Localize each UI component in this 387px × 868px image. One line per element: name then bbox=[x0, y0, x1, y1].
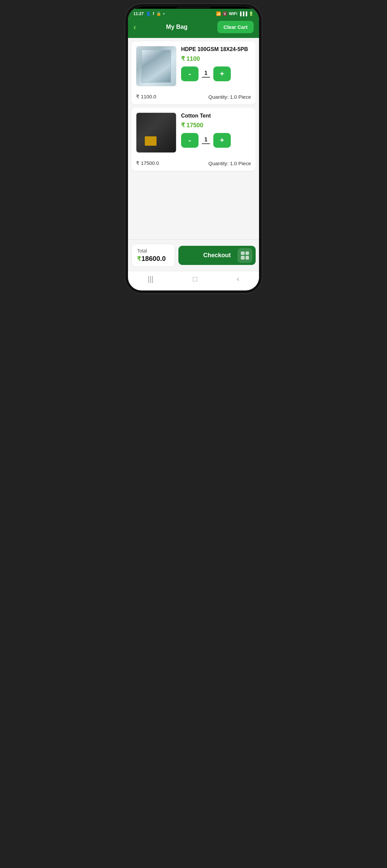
item-info-1: HDPE 100GSM 18X24-5PB ₹ 1100 - 1 + bbox=[181, 46, 251, 81]
nav-menu-button[interactable]: ||| bbox=[148, 275, 153, 283]
item-price-1: ₹ 1100 bbox=[181, 55, 251, 62]
battery-icon: 🔋 bbox=[248, 11, 254, 16]
person-icon: 👤 bbox=[146, 11, 151, 16]
decrease-qty-btn-2[interactable]: - bbox=[181, 133, 199, 148]
item-top-2: Cotton Tent ₹ 17500 - 1 + bbox=[136, 113, 251, 153]
cart-content: HDPE 100GSM 18X24-5PB ₹ 1100 - 1 + ₹ 110… bbox=[128, 38, 259, 240]
item-quantity-label-1: Quantity: 1.0 Piece bbox=[208, 94, 251, 100]
page-title: My Bag bbox=[166, 24, 187, 31]
phone-frame: 11:27 👤 f 🔒 • 📶 🔇 WiFi ▐▐▐ 🔋 ‹ My Bag Cl… bbox=[128, 7, 259, 290]
nav-back-button[interactable]: ‹ bbox=[237, 275, 239, 283]
increase-qty-btn-1[interactable]: + bbox=[213, 66, 231, 81]
rupee-symbol: ₹ bbox=[137, 255, 141, 262]
item-price-2: ₹ 17500 bbox=[181, 122, 251, 129]
nav-home-button[interactable]: □ bbox=[193, 275, 197, 283]
qty-value-1: 1 bbox=[202, 70, 210, 78]
grid-cell-2 bbox=[245, 251, 249, 255]
item-name-2: Cotton Tent bbox=[181, 113, 251, 120]
checkout-button[interactable]: Checkout bbox=[178, 246, 256, 265]
mute-icon: 🔇 bbox=[222, 11, 228, 16]
cart-item-2: Cotton Tent ₹ 17500 - 1 + ₹ 17500.0 Quan… bbox=[131, 108, 256, 171]
status-bar: 11:27 👤 f 🔒 • 📶 🔇 WiFi ▐▐▐ 🔋 bbox=[128, 9, 259, 18]
nav-bar: ||| □ ‹ bbox=[128, 271, 259, 289]
clear-cart-button[interactable]: Clear Cart bbox=[217, 21, 254, 33]
checkout-grid-icon bbox=[238, 248, 252, 263]
qty-controls-1: - 1 + bbox=[181, 66, 251, 81]
status-right: 📶 🔇 WiFi ▐▐▐ 🔋 bbox=[216, 11, 254, 16]
item-top-1: HDPE 100GSM 18X24-5PB ₹ 1100 - 1 + bbox=[136, 46, 251, 86]
product-image-tent bbox=[136, 113, 176, 153]
sim-icon: 📶 bbox=[216, 11, 221, 16]
item-name-1: HDPE 100GSM 18X24-5PB bbox=[181, 46, 251, 53]
item-quantity-label-2: Quantity: 1.0 Piece bbox=[208, 160, 251, 166]
status-left: 11:27 👤 f 🔒 • bbox=[133, 11, 165, 16]
grid-cell-1 bbox=[241, 251, 244, 255]
cart-item-1: HDPE 100GSM 18X24-5PB ₹ 1100 - 1 + ₹ 110… bbox=[131, 41, 256, 104]
qty-value-2: 1 bbox=[202, 137, 210, 144]
item-total-1: ₹ 1100.0 bbox=[136, 94, 156, 100]
item-bottom-2: ₹ 17500.0 Quantity: 1.0 Piece bbox=[136, 157, 251, 166]
dot-indicator: • bbox=[163, 11, 165, 16]
app-header: ‹ My Bag Clear Cart bbox=[128, 18, 259, 38]
notch bbox=[177, 7, 210, 8]
bottom-bar: Total ₹ 18600.0 Checkout bbox=[128, 240, 259, 271]
total-amount: ₹ 18600.0 bbox=[137, 255, 169, 262]
back-button[interactable]: ‹ bbox=[133, 23, 136, 31]
grid-icon bbox=[241, 251, 249, 259]
item-info-2: Cotton Tent ₹ 17500 - 1 + bbox=[181, 113, 251, 148]
grid-cell-4 bbox=[245, 256, 249, 259]
total-value: 18600.0 bbox=[142, 255, 166, 262]
total-box: Total ₹ 18600.0 bbox=[131, 244, 175, 267]
decrease-qty-btn-1[interactable]: - bbox=[181, 66, 199, 81]
product-image-hdpe bbox=[136, 46, 176, 86]
bag-icon: 🔒 bbox=[156, 11, 161, 16]
checkout-label: Checkout bbox=[203, 252, 231, 258]
qty-controls-2: - 1 + bbox=[181, 133, 251, 148]
item-bottom-1: ₹ 1100.0 Quantity: 1.0 Piece bbox=[136, 91, 251, 100]
signal-icon: ▐▐▐ bbox=[239, 11, 247, 16]
facebook-icon: f bbox=[153, 11, 154, 16]
time-display: 11:27 bbox=[133, 11, 144, 16]
wifi-icon: WiFi bbox=[229, 11, 237, 16]
total-label: Total bbox=[137, 248, 169, 253]
grid-cell-3 bbox=[241, 256, 244, 259]
item-total-2: ₹ 17500.0 bbox=[136, 160, 159, 166]
increase-qty-btn-2[interactable]: + bbox=[213, 133, 231, 148]
